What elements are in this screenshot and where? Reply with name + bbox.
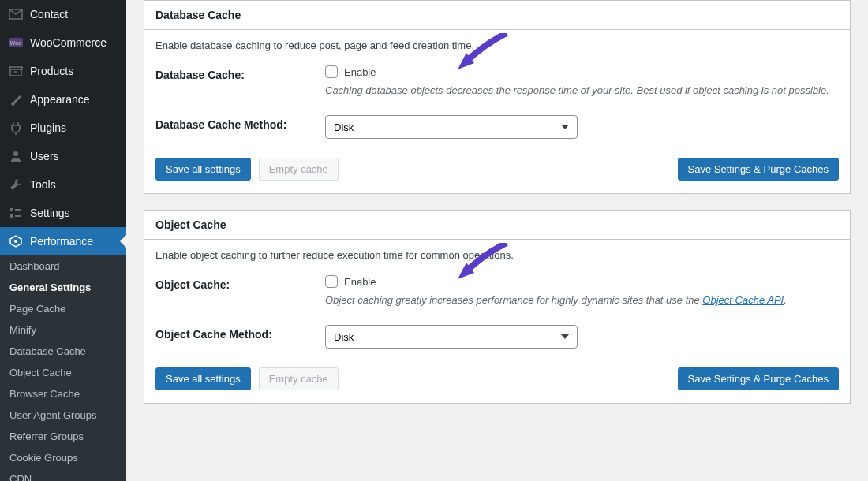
empty-cache-button[interactable]: Empty cache	[259, 158, 339, 181]
field-label: Database Cache:	[155, 65, 325, 96]
users-icon	[8, 148, 24, 164]
save-purge-button[interactable]: Save Settings & Purge Caches	[678, 158, 840, 181]
submenu-item-dashboard[interactable]: Dashboard	[0, 255, 126, 277]
brush-icon	[8, 91, 24, 107]
perf-icon	[8, 233, 24, 249]
content-area: Database Cache Enable database caching t…	[126, 0, 868, 481]
menu-item-performance[interactable]: Performance	[0, 227, 126, 255]
panel-title: Object Cache	[144, 211, 850, 240]
menu-item-settings[interactable]: Settings	[0, 199, 126, 227]
field-label: Object Cache:	[155, 275, 325, 306]
submenu-item-referrer-groups[interactable]: Referrer Groups	[0, 426, 126, 447]
submenu-item-general-settings[interactable]: General Settings	[0, 277, 126, 298]
svg-rect-4	[10, 214, 13, 218]
field-label: Object Cache Method:	[155, 325, 325, 349]
svg-point-5	[14, 240, 17, 243]
save-all-button[interactable]: Save all settings	[155, 158, 251, 181]
menu-item-label: Tools	[30, 178, 56, 191]
menu-item-label: Performance	[30, 235, 93, 248]
menu-item-woocommerce[interactable]: WooWooCommerce	[0, 28, 126, 57]
panel-intro: Enable database caching to reduce post, …	[155, 39, 839, 51]
save-purge-button[interactable]: Save Settings & Purge Caches	[678, 367, 840, 390]
help-text: Object caching greatly increases perform…	[325, 294, 839, 306]
submenu-item-user-agent-groups[interactable]: User Agent Groups	[0, 405, 126, 426]
database-cache-method-select[interactable]: Disk	[325, 115, 578, 139]
database-cache-panel: Database Cache Enable database caching t…	[144, 0, 851, 194]
submenu-item-database-cache[interactable]: Database Cache	[0, 341, 126, 362]
object-cache-enable-checkbox[interactable]	[325, 275, 338, 288]
submenu-item-cdn[interactable]: CDN	[0, 468, 126, 481]
menu-item-plugins[interactable]: Plugins	[0, 114, 126, 142]
mail-icon	[8, 6, 24, 22]
woo-icon: Woo	[8, 35, 24, 50]
menu-item-label: Appearance	[30, 93, 90, 106]
archive-icon	[8, 63, 24, 79]
panel-title: Database Cache	[144, 1, 850, 30]
menu-item-label: Products	[30, 65, 73, 77]
plug-icon	[8, 120, 24, 136]
object-cache-method-select[interactable]: Disk	[325, 325, 578, 349]
menu-item-users[interactable]: Users	[0, 142, 126, 170]
submenu-item-minify[interactable]: Minify	[0, 319, 126, 341]
database-cache-enable-checkbox[interactable]	[325, 65, 338, 78]
menu-item-appearance[interactable]: Appearance	[0, 85, 126, 114]
menu-item-label: Settings	[30, 207, 70, 219]
svg-point-2	[13, 151, 18, 156]
svg-rect-3	[10, 208, 13, 211]
menu-item-tools[interactable]: Tools	[0, 170, 126, 199]
submenu-item-object-cache[interactable]: Object Cache	[0, 362, 126, 383]
submenu-item-page-cache[interactable]: Page Cache	[0, 298, 126, 319]
field-label: Database Cache Method:	[155, 115, 325, 139]
menu-item-label: WooCommerce	[30, 36, 107, 49]
menu-item-label: Users	[30, 150, 59, 162]
menu-item-label: Contact	[30, 8, 68, 21]
checkbox-label: Enable	[344, 276, 376, 288]
empty-cache-button[interactable]: Empty cache	[259, 367, 339, 390]
panel-intro: Enable object caching to further reduce …	[155, 249, 839, 261]
tools-icon	[8, 177, 24, 192]
menu-item-label: Plugins	[30, 121, 66, 134]
menu-item-products[interactable]: Products	[0, 57, 126, 85]
object-cache-api-link[interactable]: Object Cache API	[702, 294, 784, 306]
admin-sidebar: ContactWooWooCommerceProductsAppearanceP…	[0, 0, 126, 481]
help-text: Caching database objects decreases the r…	[325, 84, 839, 96]
submenu-item-browser-cache[interactable]: Browser Cache	[0, 383, 126, 405]
menu-item-contact[interactable]: Contact	[0, 0, 126, 28]
submenu-item-cookie-groups[interactable]: Cookie Groups	[0, 447, 126, 468]
checkbox-label: Enable	[344, 66, 376, 78]
save-all-button[interactable]: Save all settings	[155, 367, 251, 390]
svg-text:Woo: Woo	[9, 40, 21, 46]
object-cache-panel: Object Cache Enable object caching to fu…	[144, 210, 851, 404]
settings-icon	[8, 205, 24, 221]
